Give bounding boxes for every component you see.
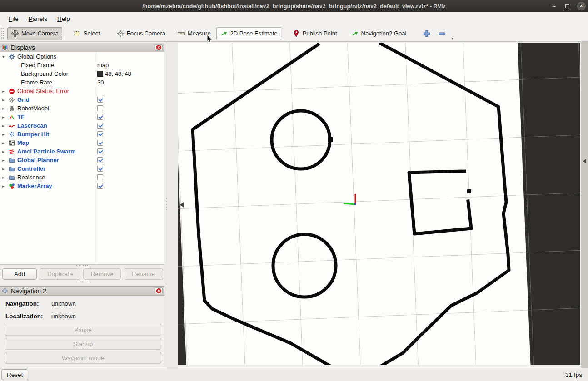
tool-label: Select [84, 30, 100, 37]
display-row-controller[interactable]: ▸Controller [0, 164, 164, 173]
collapse-left-panel-icon[interactable] [180, 202, 184, 208]
expander-icon[interactable]: ▸ [0, 89, 7, 94]
display-row-laserscan[interactable]: ▸LaserScan [0, 121, 164, 130]
rename-button[interactable]: Rename [124, 268, 163, 280]
minimize-button[interactable]: – [548, 0, 560, 12]
tool-move-camera[interactable]: Move Camera [7, 27, 62, 40]
duplicate-button[interactable]: Duplicate [40, 268, 80, 280]
row-label: Global Planner [17, 157, 59, 163]
toolbar-grip[interactable] [1, 28, 4, 39]
render-viewport[interactable] [178, 43, 580, 365]
menu-panels[interactable]: Panels [25, 14, 51, 24]
enable-checkbox[interactable] [97, 174, 103, 180]
display-row-robotmodel[interactable]: ▸RobotModel [0, 104, 164, 113]
expander-icon[interactable]: ▾ [0, 54, 7, 59]
value-cell [97, 182, 103, 190]
enable-checkbox[interactable] [97, 114, 103, 120]
displays-close-button[interactable] [155, 44, 163, 51]
panel-splitter[interactable] [164, 42, 178, 368]
display-row-amcl-particle-swarm[interactable]: ▸Amcl Particle Swarm [0, 147, 164, 156]
display-row-tf[interactable]: ▸TF [0, 113, 164, 121]
tool-add-tool[interactable] [419, 27, 434, 40]
value-cell [97, 139, 103, 147]
displays-panel-icon [2, 45, 8, 51]
expander-icon[interactable]: ▸ [0, 132, 7, 137]
tool-select[interactable]: Select [70, 27, 104, 40]
splitter-dots[interactable] [76, 265, 88, 267]
remove-button[interactable]: Remove [83, 268, 121, 280]
display-row-bumper-hit[interactable]: ▸Bumper Hit [0, 130, 164, 139]
enable-checkbox[interactable] [97, 140, 103, 146]
maximize-button[interactable] [561, 0, 573, 12]
expander-icon[interactable]: ▸ [0, 106, 7, 111]
focus-camera-icon [116, 30, 125, 38]
right-panel-strip[interactable] [580, 42, 588, 368]
display-row-markerarray[interactable]: ▸MarkerArray [0, 182, 164, 190]
nav-goal-icon [351, 30, 359, 38]
move-camera-icon [11, 30, 19, 38]
display-row-grid[interactable]: ▸Grid [0, 95, 164, 104]
enable-checkbox[interactable] [97, 105, 103, 111]
expander-icon[interactable]: ▸ [0, 175, 7, 180]
property-row-frame-rate[interactable]: Frame Rate30 [0, 78, 164, 87]
enable-checkbox[interactable] [97, 131, 103, 137]
close-button[interactable]: ✕ [575, 0, 587, 12]
row-label: LaserScan [17, 122, 47, 129]
enable-checkbox[interactable] [97, 148, 103, 154]
measure-icon [177, 30, 185, 38]
menu-file[interactable]: File [5, 14, 23, 24]
display-row-global-planner[interactable]: ▸Global Planner [0, 156, 164, 164]
waypoint-mode-button[interactable]: Waypoint mode [5, 352, 161, 364]
splitter-dots[interactable] [76, 282, 88, 283]
display-row-map[interactable]: ▸Map [0, 139, 164, 147]
enable-checkbox[interactable] [97, 166, 103, 172]
display-row-realsense[interactable]: ▸Realsense [0, 173, 164, 182]
tool-publish-point[interactable]: Publish Point [289, 27, 341, 40]
enable-checkbox[interactable] [97, 183, 103, 189]
row-label: TF [17, 114, 25, 120]
navigation2-panel-header[interactable]: Navigation 2 [0, 286, 164, 296]
menu-help[interactable]: Help [53, 14, 74, 24]
tool-remove-tool[interactable]: ▾ [434, 27, 450, 40]
tool-2d-pose-estimate[interactable]: 2D Pose Estimate [216, 27, 281, 40]
startup-button[interactable]: Startup [5, 338, 161, 350]
expander-icon[interactable]: ▸ [0, 98, 7, 102]
titlebar[interactable]: /home/mzebra/code/github/fishbot/install… [0, 0, 588, 12]
map-wall-nub [328, 137, 333, 142]
value-cell[interactable]: 48; 48; 48 [97, 69, 131, 78]
reset-button[interactable]: Reset [1, 369, 28, 380]
pause-button[interactable]: Pause [5, 324, 161, 336]
expander-icon[interactable]: ▸ [0, 124, 7, 128]
value-cell [97, 121, 103, 130]
expander-icon[interactable]: ▸ [0, 184, 7, 188]
menubar: FilePanelsHelp [0, 12, 588, 25]
value-cell[interactable]: map [97, 61, 109, 69]
left-panel: Displays ▾Global OptionsFixed FramemapBa… [0, 42, 164, 368]
tool-navigation2-goal[interactable]: Navigation2 Goal [347, 27, 410, 40]
toolbar: Move CameraSelectFocus CameraMeasure2D P… [0, 25, 588, 42]
maximize-icon [565, 4, 569, 8]
enable-checkbox[interactable] [97, 157, 103, 163]
tool-label: Publish Point [303, 30, 337, 37]
expander-icon[interactable]: ▸ [0, 141, 7, 145]
property-row-fixed-frame[interactable]: Fixed Framemap [0, 61, 164, 69]
tool-dropdown-icon[interactable]: ▾ [451, 36, 453, 40]
enable-checkbox[interactable] [97, 123, 103, 129]
add-button[interactable]: Add [2, 268, 37, 280]
tool-focus-camera[interactable]: Focus Camera [113, 27, 169, 40]
row-label: Bumper Hit [17, 131, 49, 138]
navigation2-close-button[interactable] [155, 287, 163, 294]
expand-right-panel-icon[interactable] [583, 159, 586, 163]
expander-icon[interactable]: ▸ [0, 167, 7, 171]
close-icon: ✕ [577, 2, 586, 10]
property-row-background-color[interactable]: Background Color48; 48; 48 [0, 69, 164, 78]
navigation-status-field: Navigation: unknown [5, 300, 160, 308]
expander-icon[interactable]: ▸ [0, 158, 7, 163]
display-row-global-options[interactable]: ▾Global Options [0, 52, 164, 61]
displays-panel-header[interactable]: Displays [0, 43, 164, 52]
enable-checkbox[interactable] [97, 97, 103, 103]
value-cell[interactable]: 30 [97, 78, 104, 87]
expander-icon[interactable]: ▸ [0, 115, 7, 119]
display-row-global-status-error[interactable]: ▸Global Status: Error [0, 87, 164, 95]
expander-icon[interactable]: ▸ [0, 149, 7, 154]
